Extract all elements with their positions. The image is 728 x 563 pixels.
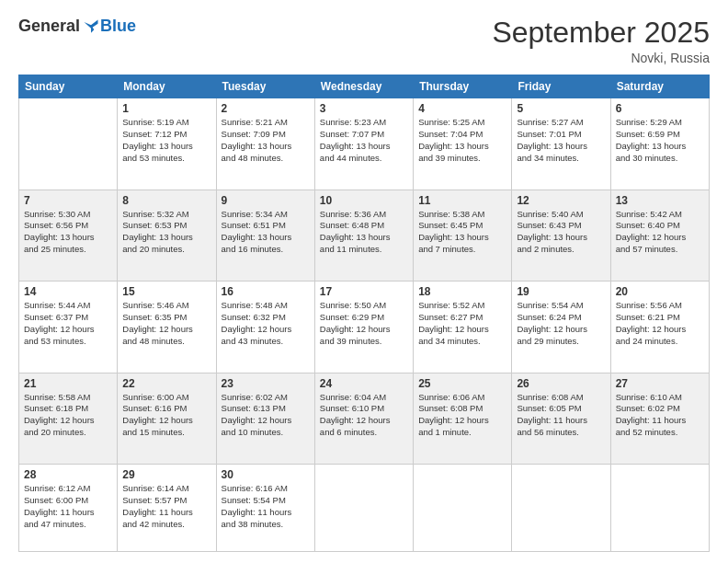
day-info: and 57 minutes. (616, 244, 704, 256)
calendar-row: 28Sunrise: 6:12 AMSunset: 6:00 PMDayligh… (19, 465, 710, 552)
day-info: and 2 minutes. (517, 244, 605, 256)
calendar-cell: 20Sunrise: 5:56 AMSunset: 6:21 PMDayligh… (610, 282, 709, 373)
calendar-cell (19, 98, 118, 190)
day-info: Daylight: 11 hours (222, 507, 310, 519)
header-row: SundayMondayTuesdayWednesdayThursdayFrid… (19, 75, 710, 98)
day-info: Sunrise: 6:08 AM (517, 392, 605, 404)
logo-bird-icon (82, 17, 100, 36)
location: Novki, Russia (492, 51, 710, 65)
day-info: Sunset: 7:01 PM (517, 129, 605, 141)
calendar-cell: 17Sunrise: 5:50 AMSunset: 6:29 PMDayligh… (314, 282, 413, 373)
calendar-cell: 25Sunrise: 6:06 AMSunset: 6:08 PMDayligh… (414, 373, 512, 464)
day-info: Daylight: 12 hours (320, 415, 408, 427)
day-info: Daylight: 13 hours (418, 141, 506, 153)
day-info: Sunset: 6:08 PM (418, 403, 506, 415)
calendar-row: 21Sunrise: 5:58 AMSunset: 6:18 PMDayligh… (19, 373, 710, 464)
day-info: Sunset: 6:21 PM (616, 312, 704, 324)
calendar-row: 14Sunrise: 5:44 AMSunset: 6:37 PMDayligh… (19, 282, 710, 373)
day-number: 30 (222, 468, 310, 481)
day-info: Sunset: 6:16 PM (122, 403, 210, 415)
calendar-cell: 12Sunrise: 5:40 AMSunset: 6:43 PMDayligh… (512, 190, 610, 281)
day-number: 12 (517, 194, 605, 207)
calendar-cell (314, 465, 413, 552)
title-block: September 2025 Novki, Russia (492, 17, 710, 65)
day-info: Sunrise: 5:19 AM (122, 117, 210, 129)
day-info: Daylight: 12 hours (418, 415, 506, 427)
day-info: Daylight: 13 hours (24, 232, 112, 244)
day-info: and 44 minutes. (320, 153, 408, 165)
day-info: and 20 minutes. (24, 427, 112, 439)
day-info: and 6 minutes. (320, 427, 408, 439)
day-number: 21 (24, 377, 112, 390)
day-number: 7 (24, 194, 112, 207)
day-info: Sunset: 6:32 PM (222, 312, 310, 324)
day-info: Daylight: 13 hours (122, 232, 210, 244)
calendar-cell: 6Sunrise: 5:29 AMSunset: 6:59 PMDaylight… (610, 98, 709, 190)
day-info: Daylight: 12 hours (320, 324, 408, 336)
day-number: 3 (320, 102, 408, 115)
day-info: Sunset: 5:57 PM (122, 495, 210, 507)
calendar-row: 7Sunrise: 5:30 AMSunset: 6:56 PMDaylight… (19, 190, 710, 281)
day-info: Sunrise: 5:42 AM (616, 209, 704, 221)
day-info: Daylight: 13 hours (222, 141, 310, 153)
calendar-cell: 11Sunrise: 5:38 AMSunset: 6:45 PMDayligh… (414, 190, 512, 281)
calendar-cell: 1Sunrise: 5:19 AMSunset: 7:12 PMDaylight… (118, 98, 216, 190)
day-number: 25 (418, 377, 506, 390)
calendar-row: 1Sunrise: 5:19 AMSunset: 7:12 PMDaylight… (19, 98, 710, 190)
calendar-cell: 13Sunrise: 5:42 AMSunset: 6:40 PMDayligh… (610, 190, 709, 281)
day-info: Sunset: 6:24 PM (517, 312, 605, 324)
day-info: Sunrise: 5:21 AM (222, 117, 310, 129)
day-info: and 43 minutes. (222, 336, 310, 348)
day-info: Sunrise: 6:16 AM (222, 483, 310, 495)
calendar-cell: 2Sunrise: 5:21 AMSunset: 7:09 PMDaylight… (216, 98, 314, 190)
day-number: 17 (320, 285, 408, 298)
calendar-cell: 3Sunrise: 5:23 AMSunset: 7:07 PMDaylight… (314, 98, 413, 190)
day-info: Daylight: 13 hours (517, 141, 605, 153)
calendar-cell: 24Sunrise: 6:04 AMSunset: 6:10 PMDayligh… (314, 373, 413, 464)
day-info: Sunrise: 5:52 AM (418, 300, 506, 312)
day-info: Sunset: 7:07 PM (320, 129, 408, 141)
day-info: and 10 minutes. (222, 427, 310, 439)
day-info: and 47 minutes. (24, 519, 112, 531)
day-number: 1 (122, 102, 210, 115)
logo-blue: Blue (100, 17, 136, 36)
day-info: and 15 minutes. (122, 427, 210, 439)
day-number: 15 (122, 285, 210, 298)
calendar-cell: 10Sunrise: 5:36 AMSunset: 6:48 PMDayligh… (314, 190, 413, 281)
calendar-cell: 4Sunrise: 5:25 AMSunset: 7:04 PMDaylight… (414, 98, 512, 190)
day-info: and 30 minutes. (616, 153, 704, 165)
calendar-cell: 28Sunrise: 6:12 AMSunset: 6:00 PMDayligh… (19, 465, 118, 552)
day-info: and 53 minutes. (24, 336, 112, 348)
calendar-cell: 14Sunrise: 5:44 AMSunset: 6:37 PMDayligh… (19, 282, 118, 373)
day-info: Daylight: 12 hours (122, 415, 210, 427)
day-info: Sunset: 7:09 PM (222, 129, 310, 141)
day-info: Sunrise: 6:04 AM (320, 392, 408, 404)
calendar-cell: 23Sunrise: 6:02 AMSunset: 6:13 PMDayligh… (216, 373, 314, 464)
day-info: Sunrise: 5:32 AM (122, 209, 210, 221)
day-info: Sunrise: 6:12 AM (24, 483, 112, 495)
header-day: Monday (118, 75, 216, 98)
day-info: Daylight: 13 hours (222, 232, 310, 244)
day-info: Sunrise: 5:23 AM (320, 117, 408, 129)
day-number: 28 (24, 468, 112, 481)
day-info: Sunset: 6:59 PM (616, 129, 704, 141)
day-info: and 38 minutes. (222, 519, 310, 531)
day-info: Sunrise: 5:34 AM (222, 209, 310, 221)
day-info: and 42 minutes. (122, 519, 210, 531)
day-info: Sunset: 6:48 PM (320, 220, 408, 232)
day-number: 4 (418, 102, 506, 115)
day-info: Sunrise: 5:27 AM (517, 117, 605, 129)
calendar-cell (414, 465, 512, 552)
header: General Blue September 2025 Novki, Russi… (18, 17, 710, 65)
day-info: Daylight: 12 hours (24, 415, 112, 427)
calendar-cell: 26Sunrise: 6:08 AMSunset: 6:05 PMDayligh… (512, 373, 610, 464)
day-number: 19 (517, 285, 605, 298)
day-info: Daylight: 12 hours (222, 324, 310, 336)
day-number: 10 (320, 194, 408, 207)
day-number: 11 (418, 194, 506, 207)
header-day: Wednesday (314, 75, 413, 98)
day-info: Daylight: 11 hours (24, 507, 112, 519)
header-day: Saturday (610, 75, 709, 98)
calendar-cell: 8Sunrise: 5:32 AMSunset: 6:53 PMDaylight… (118, 190, 216, 281)
day-info: Daylight: 12 hours (616, 232, 704, 244)
